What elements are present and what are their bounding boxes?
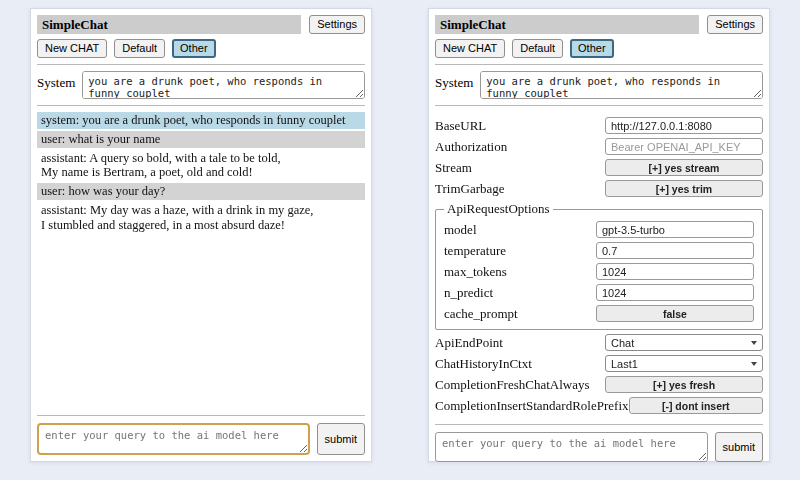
- settings-row-stream: Stream[+] yes stream: [435, 159, 763, 176]
- session-button-default[interactable]: Default: [114, 39, 165, 58]
- settings-row-n-predict: n_predict: [444, 284, 754, 301]
- system-prompt-input[interactable]: you are a drunk poet, who responds in fu…: [480, 71, 763, 99]
- chathistoryinctxt-selected-value: Last1: [611, 358, 638, 370]
- completioninsertstandardroleprefix-toggle-button[interactable]: [-] dont insert: [629, 397, 763, 414]
- settings-button[interactable]: Settings: [707, 15, 763, 34]
- api-request-options-legend: ApiRequestOptions: [444, 201, 553, 217]
- chevron-down-icon: [751, 341, 757, 345]
- query-row: submit: [37, 423, 365, 455]
- query-input[interactable]: [435, 432, 708, 462]
- divider: [435, 105, 763, 106]
- spacer: [37, 235, 365, 409]
- system-label: System: [37, 71, 75, 91]
- new-chat-button[interactable]: New CHAT: [37, 39, 107, 58]
- system-prompt-input[interactable]: you are a drunk poet, who responds in fu…: [82, 71, 365, 99]
- apiendpoint-select[interactable]: Chat: [605, 334, 763, 351]
- header: SimpleChat Settings: [435, 15, 763, 34]
- baseurl-input[interactable]: [605, 117, 763, 134]
- trimgarbage-toggle-button[interactable]: [+] yes trim: [605, 180, 763, 197]
- chat-message-system: system: you are a drunk poet, who respon…: [37, 112, 365, 129]
- chat-message-user: user: how was your day?: [37, 183, 365, 200]
- settings-row-completionfreshchatalways: CompletionFreshChatAlways[+] yes fresh: [435, 376, 763, 393]
- settings-row-chathistoryinctxt: ChatHistoryInCtxtLast1: [435, 355, 763, 372]
- system-prompt-row: System you are a drunk poet, who respond…: [37, 71, 365, 99]
- stream-label: Stream: [435, 160, 605, 176]
- settings-button[interactable]: Settings: [309, 15, 365, 34]
- n-predict-label: n_predict: [444, 285, 596, 301]
- submit-button[interactable]: submit: [317, 423, 365, 455]
- settings-row-trimgarbage: TrimGarbage[+] yes trim: [435, 180, 763, 197]
- completionfreshchatalways-toggle-button[interactable]: [+] yes fresh: [605, 376, 763, 393]
- settings-row-cache-prompt: cache_promptfalse: [444, 305, 754, 322]
- new-chat-button[interactable]: New CHAT: [435, 39, 505, 58]
- divider: [435, 64, 763, 65]
- session-buttons: DefaultOther: [114, 39, 215, 58]
- apiendpoint-selected-value: Chat: [611, 337, 634, 349]
- authorization-input[interactable]: [605, 138, 763, 155]
- temperature-input[interactable]: [596, 242, 754, 259]
- cache-prompt-toggle-button[interactable]: false: [596, 305, 754, 322]
- chathistoryinctxt-select[interactable]: Last1: [605, 355, 763, 372]
- session-button-other[interactable]: Other: [172, 39, 216, 58]
- apiendpoint-label: ApiEndPoint: [435, 335, 605, 351]
- toolbar: New CHAT DefaultOther: [37, 39, 365, 58]
- settings-row-model: model: [444, 221, 754, 238]
- header: SimpleChat Settings: [37, 15, 365, 34]
- divider: [37, 415, 365, 416]
- trimgarbage-label: TrimGarbage: [435, 181, 605, 197]
- session-buttons: DefaultOther: [512, 39, 613, 58]
- model-input[interactable]: [596, 221, 754, 238]
- chat-message-assistant: assistant: A query so bold, with a tale …: [37, 150, 365, 182]
- settings-list: BaseURLAuthorizationStream[+] yes stream…: [435, 113, 763, 418]
- cache-prompt-label: cache_prompt: [444, 306, 596, 322]
- chevron-down-icon: [751, 362, 757, 366]
- max-tokens-label: max_tokens: [444, 264, 596, 280]
- baseurl-label: BaseURL: [435, 118, 605, 134]
- model-label: model: [444, 222, 596, 238]
- authorization-label: Authorization: [435, 139, 605, 155]
- toolbar: New CHAT DefaultOther: [435, 39, 763, 58]
- session-button-other[interactable]: Other: [570, 39, 614, 58]
- submit-button[interactable]: submit: [715, 432, 763, 462]
- settings-row-baseurl: BaseURL: [435, 117, 763, 134]
- stage: SimpleChat Settings New CHAT DefaultOthe…: [0, 0, 800, 480]
- completionfreshchatalways-label: CompletionFreshChatAlways: [435, 377, 605, 393]
- divider: [435, 424, 763, 425]
- n-predict-input[interactable]: [596, 284, 754, 301]
- settings-row-apiendpoint: ApiEndPointChat: [435, 334, 763, 351]
- divider: [37, 64, 365, 65]
- app-title: SimpleChat: [37, 15, 301, 34]
- temperature-label: temperature: [444, 243, 596, 259]
- session-button-default[interactable]: Default: [512, 39, 563, 58]
- query-row: submit: [435, 432, 763, 462]
- settings-panel: SimpleChat Settings New CHAT DefaultOthe…: [428, 8, 770, 462]
- settings-row-authorization: Authorization: [435, 138, 763, 155]
- divider: [37, 105, 365, 106]
- api-request-options-fieldset: ApiRequestOptionsmodeltemperaturemax_tok…: [435, 201, 763, 330]
- settings-row-temperature: temperature: [444, 242, 754, 259]
- chat-panel: SimpleChat Settings New CHAT DefaultOthe…: [30, 8, 372, 462]
- system-prompt-row: System you are a drunk poet, who respond…: [435, 71, 763, 99]
- settings-row-completioninsertstandardroleprefix: CompletionInsertStandardRolePrefix[-] do…: [435, 397, 763, 414]
- chat-log: system: you are a drunk poet, who respon…: [37, 112, 365, 235]
- chat-message-assistant: assistant: My day was a haze, with a dri…: [37, 202, 365, 234]
- query-input[interactable]: [37, 423, 310, 455]
- settings-row-max-tokens: max_tokens: [444, 263, 754, 280]
- chat-message-user: user: what is your name: [37, 131, 365, 148]
- app-title: SimpleChat: [435, 15, 699, 34]
- max-tokens-input[interactable]: [596, 263, 754, 280]
- completioninsertstandardroleprefix-label: CompletionInsertStandardRolePrefix: [435, 398, 629, 414]
- system-label: System: [435, 71, 473, 91]
- stream-toggle-button[interactable]: [+] yes stream: [605, 159, 763, 176]
- chathistoryinctxt-label: ChatHistoryInCtxt: [435, 356, 605, 372]
